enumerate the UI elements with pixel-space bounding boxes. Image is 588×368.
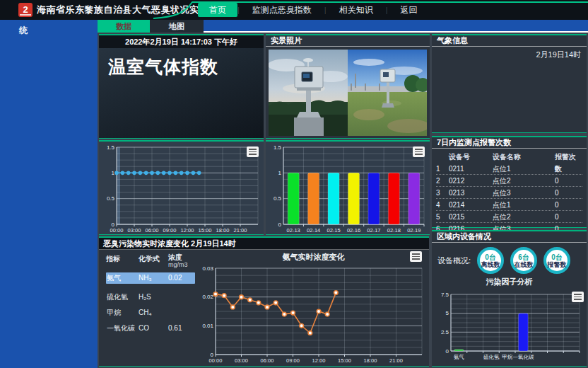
svg-text:0.03: 0.03 [202, 265, 213, 272]
svg-text:06:00: 06:00 [261, 357, 274, 364]
chart-menu-icon[interactable] [413, 146, 425, 157]
svg-text:0: 0 [278, 222, 282, 228]
daily-bar-chart[interactable]: 00.511.502-1302-1402-1502-1602-1702-1802… [266, 142, 430, 234]
svg-text:0.02: 0.02 [202, 294, 213, 300]
table-row[interactable]: 一氧化碳CO0.61 [106, 323, 195, 338]
svg-text:15:00: 15:00 [338, 357, 351, 364]
panel-device-status: 区域内设备情况 设备概况: 0台 离线数 6台 在线数 0台 报警数 污染因子分… [432, 230, 587, 367]
svg-text:09:00: 09:00 [286, 357, 300, 364]
main-content: 2022年2月19日 14:17:03 下午好 温室气体指数 实景照片 [98, 33, 588, 368]
panel-odor-concentration: 恶臭污染物实时浓度变化 2月19日14时 指标 化学式 浓度 mg/m3 氨气N… [99, 236, 429, 367]
devices-panel-title: 区域内设备情况 [432, 231, 587, 243]
table-row[interactable]: 40214点位10 [436, 199, 582, 211]
offline-count-badge: 0台 离线数 [477, 247, 504, 274]
table-row[interactable]: 10211点位10 [436, 163, 582, 175]
svg-text:1.5: 1.5 [274, 144, 282, 151]
panel-alarm-counts: 7日内监测点报警次数 设备号 设备名称 报警次数 10211点位1020212点… [432, 136, 587, 228]
svg-text:0: 0 [446, 348, 449, 355]
left-sidebar: 统 [0, 20, 98, 368]
table-row[interactable]: 30213点位30 [436, 187, 582, 199]
title-wrap-char: 统 [19, 25, 28, 37]
svg-text:00:00: 00:00 [209, 357, 223, 364]
main-nav: 首页 | 监测点恶臭指数 | 相关知识 | 返回 [198, 0, 430, 20]
device-overview-label: 设备概况: [437, 255, 471, 266]
view-tabs: 数据 地图 [98, 20, 588, 33]
greenhouse-body: 温室气体指数 [99, 48, 264, 138]
nh3-chart-title: 氨气实时浓度变化 [198, 250, 429, 263]
svg-text:18:00: 18:00 [364, 357, 377, 364]
svg-text:硫化氢: 硫化氢 [483, 354, 500, 360]
concentration-table-body: 氨气NH₃0.02硫化氢H₂S甲烷CH₄一氧化碳CO0.61 [106, 272, 195, 338]
panel-daily-bar-chart: 00.511.502-1302-1402-1502-1602-1702-1802… [266, 140, 430, 235]
alarm-table-body: 10211点位1020212点位2030213点位3040214点位105021… [436, 163, 582, 235]
svg-text:0.5: 0.5 [107, 195, 115, 202]
table-row[interactable]: 甲烷CH₄ [106, 307, 195, 323]
tab-filler [204, 20, 588, 33]
svg-text:12:00: 12:00 [312, 357, 326, 364]
photo-row [266, 47, 430, 136]
concentration-panel-title: 恶臭污染物实时浓度变化 2月19日14时 [99, 238, 429, 250]
svg-text:7.5: 7.5 [441, 292, 449, 298]
device-stats-row: 设备概况: 0台 离线数 6台 在线数 0台 报警数 [432, 243, 587, 275]
nh3-chart-area: 氨气实时浓度变化 00.010.020.0300:0003:0006:0009:… [198, 250, 429, 366]
svg-text:1.5: 1.5 [107, 144, 115, 151]
tab-map[interactable]: 地图 [150, 20, 204, 33]
nh3-line-chart[interactable]: 00.010.020.0300:0003:0006:0009:0012:0015… [198, 263, 428, 364]
panel-live-photos: 实景照片 [266, 34, 430, 139]
photos-panel-title: 实景照片 [266, 35, 430, 47]
svg-text:2.5: 2.5 [441, 329, 449, 335]
monitor-station-photo-2 [348, 50, 427, 136]
weather-date: 2月19日14时 [432, 47, 587, 60]
alarm-count-badge: 0台 报警数 [543, 247, 570, 274]
concentration-unit: mg/m3 [168, 261, 188, 268]
table-row[interactable]: 氨气NH₃0.02 [106, 272, 195, 284]
nav-item-odor-index[interactable]: 监测点恶臭指数 [240, 3, 324, 17]
alarm-table-header: 设备号 设备名称 报警次数 [436, 151, 582, 163]
chart-menu-icon[interactable] [410, 251, 422, 262]
svg-text:5: 5 [446, 310, 449, 316]
svg-text:02-19: 02-19 [407, 227, 421, 234]
datetime-text: 2022年2月19日 14:17:03 下午好 [99, 35, 264, 48]
panel-greenhouse-index: 2022年2月19日 14:17:03 下午好 温室气体指数 [99, 34, 264, 139]
svg-text:0.5: 0.5 [274, 195, 282, 202]
svg-text:1: 1 [278, 170, 282, 176]
table-row[interactable]: 硫化氢H₂S [106, 292, 195, 307]
chart-menu-icon[interactable] [247, 146, 259, 157]
svg-text:02-13: 02-13 [287, 227, 300, 234]
weather-panel-title: 气象信息 [432, 35, 587, 47]
svg-text:1: 1 [112, 170, 115, 176]
svg-text:03:00: 03:00 [235, 357, 248, 364]
tab-data[interactable]: 数据 [98, 20, 150, 33]
svg-text:06:00: 06:00 [146, 227, 159, 234]
svg-text:02-14: 02-14 [307, 227, 320, 234]
svg-text:12:00: 12:00 [181, 227, 194, 234]
svg-text:02-15: 02-15 [327, 227, 340, 234]
chart-menu-icon[interactable] [572, 292, 584, 302]
svg-text:02-18: 02-18 [387, 227, 401, 234]
factor-bar-chart[interactable]: 02.557.5氨气硫化氢甲烷一氧化碳 [433, 289, 585, 361]
dashboard: 2 海南省乐东黎族自治县大气恶臭状况实时发布系 首页 | 监测点恶臭指数 | 相… [0, 0, 588, 368]
svg-text:0.01: 0.01 [202, 323, 213, 329]
nav-item-back[interactable]: 返回 [388, 3, 430, 17]
concentration-table: 指标 化学式 浓度 mg/m3 氨气NH₃0.02硫化氢H₂S甲烷CH₄一氧化碳… [99, 250, 198, 366]
top-bar: 2 海南省乐东黎族自治县大气恶臭状况实时发布系 首页 | 监测点恶臭指数 | 相… [0, 0, 588, 20]
nav-item-knowledge[interactable]: 相关知识 [327, 3, 386, 17]
svg-text:02-16: 02-16 [347, 227, 360, 234]
svg-text:15:00: 15:00 [199, 227, 212, 234]
index-line-chart[interactable]: 00.511.500:0003:0006:0009:0012:0015:0018… [99, 142, 264, 234]
table-row[interactable]: 50215点位20 [436, 211, 582, 223]
svg-text:21:00: 21:00 [234, 227, 247, 234]
app-logo-icon: 2 [18, 3, 33, 17]
alarm-table: 设备号 设备名称 报警次数 10211点位1020212点位2030213点位3… [432, 149, 587, 235]
nav-item-home[interactable]: 首页 [198, 3, 237, 17]
panel-weather-info: 气象信息 2月19日14时 [432, 34, 587, 133]
svg-text:03:00: 03:00 [128, 227, 141, 234]
panel-index-line-chart: 00.511.500:0003:0006:0009:0012:0015:0018… [99, 140, 264, 235]
greenhouse-title: 温室气体指数 [99, 48, 264, 79]
svg-text:02-17: 02-17 [367, 227, 380, 234]
svg-text:18:00: 18:00 [216, 227, 230, 234]
table-row[interactable]: 20212点位20 [436, 175, 582, 187]
concentration-body: 指标 化学式 浓度 mg/m3 氨气NH₃0.02硫化氢H₂S甲烷CH₄一氧化碳… [99, 250, 429, 366]
alarms-panel-title: 7日内监测点报警次数 [432, 137, 587, 149]
concentration-table-header: 指标 化学式 浓度 mg/m3 [106, 254, 195, 268]
